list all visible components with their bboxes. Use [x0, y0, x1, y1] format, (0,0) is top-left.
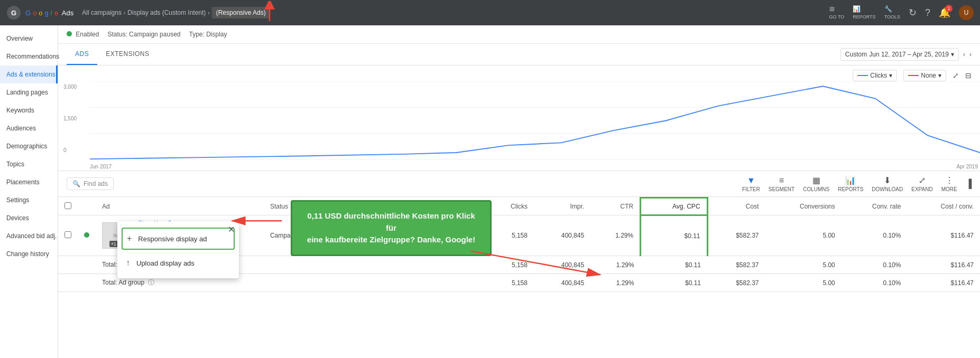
total1-conv-rate: 0.10%: [842, 256, 908, 274]
top-navigation: G Google Ads All campaigns › Display ads…: [0, 0, 980, 25]
th-clicks[interactable]: Clicks: [487, 198, 534, 215]
download-button[interactable]: ⬇ DOWNLOAD: [872, 175, 903, 192]
sidebar-item-change-history[interactable]: Change history: [0, 245, 58, 263]
th-ctr[interactable]: CTR: [590, 198, 641, 215]
search-icon: 🔍: [72, 180, 80, 187]
row-checkbox[interactable]: [58, 215, 78, 256]
th-cost[interactable]: Cost: [707, 198, 765, 215]
th-avg-cpc[interactable]: Avg. CPC: [641, 198, 707, 215]
tab-extensions[interactable]: EXTENSIONS: [97, 44, 158, 65]
date-preset: Custom: [845, 51, 867, 58]
refresh-icon[interactable]: ↻: [909, 7, 917, 18]
columns-icon[interactable]: ⊟: [965, 71, 972, 80]
th-conv-rate[interactable]: Conv. rate: [842, 198, 908, 215]
columns-label: COLUMNS: [803, 186, 829, 192]
filter-button[interactable]: ▼ FILTER: [742, 176, 760, 192]
popup-item-responsive[interactable]: + Responsive display ad: [122, 228, 235, 250]
expand-chart-icon[interactable]: ⤢: [953, 71, 959, 80]
sidebar: Overview Recommendations Ads & extension…: [0, 25, 58, 358]
goto-icon[interactable]: ⊞GO TO: [829, 5, 845, 20]
notifications-icon[interactable]: 🔔 1: [939, 7, 950, 18]
total2-ctr: 1.29%: [590, 274, 641, 292]
chart-area: 3,000 1,500 0 Jun 2017: [58, 65, 980, 171]
none-legend-btn[interactable]: None ▾: [903, 70, 946, 81]
total1-avg-cpc: $0.11: [641, 256, 707, 274]
popup-item-upload-label: Upload display ads: [136, 259, 195, 267]
total1-ctr: 1.29%: [590, 256, 641, 274]
side-panel-icon[interactable]: ▐: [966, 179, 972, 189]
sidebar-item-placements[interactable]: Placements: [0, 173, 58, 191]
row-cost: $582.37: [707, 215, 765, 256]
total1-cost: $582.37: [707, 256, 765, 274]
sidebar-item-demographics[interactable]: Demographics: [0, 137, 58, 155]
clicks-dropdown-icon: ▾: [889, 72, 892, 79]
filter-label: FILTER: [742, 186, 760, 192]
svg-text:G: G: [11, 9, 16, 17]
columns-button[interactable]: ▦ COLUMNS: [803, 175, 829, 192]
th-checkbox: [58, 198, 78, 215]
total2-cost-per-conv: $116.47: [907, 274, 980, 292]
th-conversions[interactable]: Conversions: [765, 198, 842, 215]
y-axis-3000: 3,000: [63, 84, 77, 90]
status-enabled: Enabled: [67, 31, 99, 38]
sidebar-item-bid-adj[interactable]: Advanced bid adj.: [0, 227, 58, 245]
segment-button[interactable]: ≡ SEGMENT: [769, 176, 794, 192]
search-ads-input[interactable]: 🔍 Find ads: [67, 177, 114, 190]
user-avatar[interactable]: U: [959, 5, 974, 20]
brand-name: Google Ads: [25, 9, 73, 17]
table-header: Ad Status Ad type Clicks Impr. CTR Avg. …: [58, 198, 980, 215]
date-range-picker[interactable]: Custom Jun 12, 2017 – Apr 25, 2019 ▾: [840, 48, 959, 61]
select-all-checkbox[interactable]: [64, 202, 71, 209]
row-conv-rate: 0.10%: [842, 215, 908, 256]
sidebar-item-devices[interactable]: Devices: [0, 209, 58, 227]
help-icon[interactable]: ?: [925, 7, 930, 18]
more-button[interactable]: ⋮ MORE: [941, 175, 957, 192]
tab-ads[interactable]: ADS: [67, 44, 97, 65]
sidebar-item-settings[interactable]: Settings: [0, 191, 58, 209]
annotation-box: 0,11 USD durchschnittliche Kosten pro Kl…: [291, 200, 492, 256]
total2-clicks: 5,158: [487, 274, 534, 292]
reports-icon: 📊: [845, 175, 856, 185]
date-dropdown-icon: ▾: [951, 51, 954, 58]
row-impr: 400,845: [534, 215, 590, 256]
th-cost-per-conv[interactable]: Cost / conv.: [907, 198, 980, 215]
breadcrumb-all-campaigns[interactable]: All campaigns: [82, 9, 122, 16]
status-dot: [67, 31, 72, 36]
y-axis-1500: 1,500: [63, 116, 77, 121]
date-next-icon[interactable]: ›: [969, 51, 972, 58]
sidebar-item-overview[interactable]: Overview: [0, 30, 58, 48]
clicks-legend-btn[interactable]: Clicks ▾: [853, 70, 897, 81]
sidebar-item-topics[interactable]: Topics: [0, 155, 58, 173]
sidebar-item-keywords[interactable]: Keywords: [0, 101, 58, 119]
reports-label: REPORTS: [838, 186, 863, 192]
popup-item-upload[interactable]: ↑ Upload display ads: [117, 252, 239, 274]
sidebar-item-landing-pages[interactable]: Landing pages: [0, 83, 58, 101]
row-ctr: 1.29%: [590, 215, 641, 256]
popup-close-button[interactable]: ✕: [228, 224, 235, 234]
row-select-checkbox[interactable]: [64, 231, 71, 238]
breadcrumb-display-ads[interactable]: Display ads (Custom Intent): [127, 9, 206, 16]
total1-conversions: 5.00: [765, 256, 842, 274]
expand-icon: ⤢: [919, 175, 926, 185]
segment-label: SEGMENT: [769, 186, 794, 192]
main-content: Enabled Status: Campaign paused Type: Di…: [58, 25, 980, 358]
th-impr[interactable]: Impr.: [534, 198, 590, 215]
sidebar-item-recommendations[interactable]: Recommendations: [0, 48, 58, 65]
total2-impr: 400,845: [534, 274, 590, 292]
table-header-row: Ad Status Ad type Clicks Impr. CTR Avg. …: [58, 198, 980, 215]
none-legend-color: [908, 75, 919, 76]
reports-button[interactable]: 📊 REPORTS: [838, 175, 863, 192]
table-toolbar: 🔍 Find ads ▼ FILTER ≡ SEGMENT ▦ COLUMNS: [58, 171, 980, 197]
status-enabled-label: Enabled: [76, 31, 99, 38]
popup-item-responsive-label: Responsive display ad: [138, 235, 207, 243]
more-label: MORE: [941, 186, 957, 192]
tools-icon[interactable]: 🔧TOOLS: [884, 5, 900, 20]
sidebar-item-audiences[interactable]: Audiences: [0, 119, 58, 137]
expand-button[interactable]: ⤢ EXPAND: [911, 175, 932, 192]
date-prev-icon[interactable]: ‹: [963, 51, 965, 58]
none-legend-label: None: [921, 72, 936, 79]
th-ad: Ad: [96, 198, 264, 215]
x-axis-apr2019: Apr 2019: [956, 164, 978, 169]
sidebar-item-ads-extensions[interactable]: Ads & extensions: [0, 65, 58, 83]
reports-icon[interactable]: 📊REPORTS: [853, 5, 875, 20]
